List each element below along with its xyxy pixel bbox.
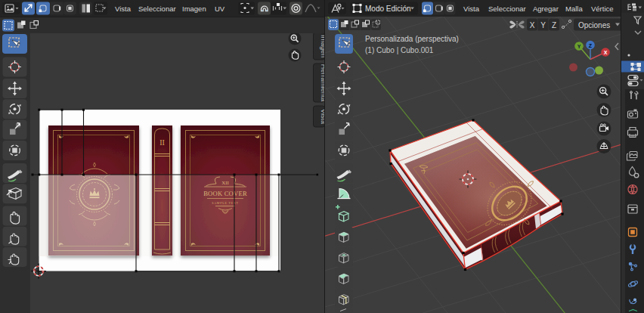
svg-text:II: II [159, 138, 165, 147]
svg-text:Y: Y [577, 44, 581, 49]
svg-text:X: X [530, 21, 535, 29]
svg-text:Z: Z [552, 21, 556, 29]
svg-text:Z: Z [589, 43, 593, 48]
svg-text:X: X [604, 50, 608, 55]
svg-text:(1) Cubo | Cubo.001: (1) Cubo | Cubo.001 [365, 46, 434, 54]
svg-text:Y: Y [540, 21, 546, 29]
svg-text:Modo Edición: Modo Edición [365, 5, 411, 13]
svg-text:Personalizada (perspectiva): Personalizada (perspectiva) [365, 35, 459, 43]
svg-text:Opciones: Opciones [578, 21, 610, 29]
